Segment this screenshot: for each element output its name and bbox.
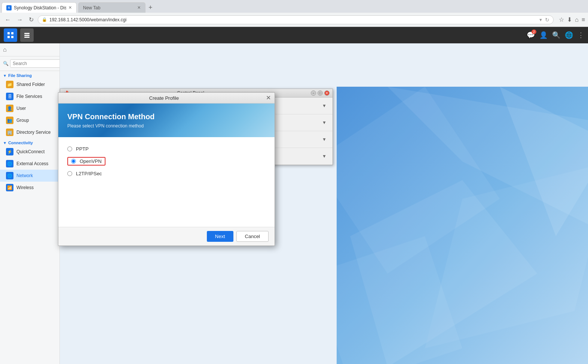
svg-rect-1: [11, 32, 13, 34]
settings-icon[interactable]: ⋮: [578, 31, 584, 39]
sidebar-section-label: File Sharing: [8, 73, 32, 78]
openvpn-radio[interactable]: [71, 159, 76, 164]
inactive-tab[interactable]: New Tab ✕: [78, 2, 146, 13]
dialog-title-text: Create Profile: [62, 95, 266, 101]
sidebar-item-quickconnect[interactable]: ⚡ QuickConnect: [0, 146, 59, 158]
synology-button[interactable]: ⬇: [567, 16, 572, 23]
svg-rect-6: [24, 37, 30, 38]
svg-rect-5: [24, 35, 30, 36]
notification-icon[interactable]: 💬 2: [527, 31, 535, 39]
cp-close-btn[interactable]: ✕: [324, 90, 330, 96]
active-tab[interactable]: S Synology DiskStation - Dis... ✕: [1, 2, 77, 13]
cp-section-3-arrow: ▼: [322, 137, 327, 142]
dialog-close-button[interactable]: ✕: [266, 95, 271, 101]
sidebar-item-external-access-label: External Access: [16, 161, 48, 166]
new-tab-close-btn[interactable]: ✕: [137, 5, 141, 10]
sidebar-item-directory-service[interactable]: 🏢 Directory Service: [0, 126, 59, 138]
menu-button[interactable]: ≡: [582, 16, 585, 23]
sidebar-search-area: 🔍: [0, 56, 59, 71]
group-icon: 👥: [6, 117, 13, 124]
next-button[interactable]: Next: [207, 231, 233, 242]
add-tab-button[interactable]: +: [146, 4, 156, 12]
user-icon[interactable]: 👤: [539, 31, 548, 39]
address-bar[interactable]: 🔒 192.168.1.142:5000/webman/index.cgi ▼ …: [38, 15, 554, 24]
sidebar-item-external-access[interactable]: 🌐 External Access: [0, 158, 59, 170]
cp-section-2-arrow: ▼: [322, 120, 327, 125]
create-profile-dialog: Create Profile ✕ VPN Connection Method P…: [58, 92, 275, 246]
cp-maximize-btn[interactable]: □: [318, 90, 323, 96]
user-icon: 👤: [6, 105, 13, 112]
sidebar-item-user-label: User: [16, 106, 26, 111]
sidebar-item-wireless[interactable]: 📶 Wireless: [0, 182, 59, 194]
refresh-icon[interactable]: ↻: [545, 17, 549, 23]
dialog-header: VPN Connection Method Please select VPN …: [58, 104, 275, 137]
home-button[interactable]: ⌂: [575, 16, 579, 23]
back-button[interactable]: ←: [3, 16, 13, 24]
l2tp-option[interactable]: L2TP/IPSec: [67, 171, 266, 176]
app-toggle-icon[interactable]: [20, 28, 34, 42]
dialog-header-subtitle: Please select VPN connection method: [67, 123, 266, 129]
dialog-footer: Next Cancel: [58, 227, 275, 246]
search-topbar-icon[interactable]: 🔍: [552, 31, 560, 39]
directory-service-icon: 🏢: [6, 129, 13, 136]
notification-badge: 2: [532, 30, 536, 34]
sidebar-item-shared-folder[interactable]: 📁 Shared Folder: [0, 78, 59, 90]
bookmarks-button[interactable]: ☆: [559, 16, 564, 23]
sidebar-search-input[interactable]: [10, 59, 60, 68]
sidebar-item-group[interactable]: 👥 Group: [0, 114, 59, 126]
sidebar-item-shared-folder-label: Shared Folder: [16, 82, 45, 87]
app-grid-icon[interactable]: [4, 28, 17, 42]
openvpn-highlighted-box: OpenVPN: [67, 157, 105, 166]
sidebar-item-user[interactable]: 👤 User: [0, 102, 59, 114]
l2tp-radio[interactable]: [67, 171, 72, 176]
globe-icon[interactable]: 🌐: [565, 31, 573, 39]
desktop-background: [337, 87, 588, 364]
forward-button[interactable]: →: [15, 16, 25, 24]
file-services-icon: 🗄: [6, 93, 13, 100]
network-icon: 🌐: [6, 172, 13, 179]
svg-rect-4: [24, 33, 30, 34]
sidebar: ⌂ 🔍 ▼ File Sharing 📁 Shared Folder 🗄 Fil…: [0, 43, 60, 364]
cp-section-1-arrow: ▼: [322, 103, 327, 108]
sidebar-item-quickconnect-label: QuickConnect: [16, 149, 45, 154]
home-icon: ⌂: [3, 46, 7, 53]
openvpn-label: OpenVPN: [80, 158, 102, 164]
pptp-label: PPTP: [76, 146, 89, 152]
sidebar-connectivity-label: Connectivity: [8, 141, 33, 145]
new-tab-label: New Tab: [83, 5, 100, 10]
sidebar-search-icon: 🔍: [3, 61, 9, 66]
lock-icon: 🔒: [42, 17, 47, 22]
svg-rect-2: [7, 36, 10, 38]
sidebar-item-group-label: Group: [16, 118, 29, 123]
pptp-option[interactable]: PPTP: [67, 146, 266, 152]
quickconnect-icon: ⚡: [6, 148, 13, 155]
sidebar-item-directory-label: Directory Service: [16, 130, 50, 135]
sidebar-item-network-label: Network: [16, 173, 33, 178]
cp-section-4-arrow: ▼: [322, 154, 327, 159]
sidebar-item-file-services-label: File Services: [16, 94, 42, 99]
svg-rect-3: [11, 36, 13, 38]
address-text: 192.168.1.142:5000/webman/index.cgi: [49, 17, 536, 22]
external-access-icon: 🌐: [6, 160, 13, 167]
dropdown-icon: ▼: [539, 18, 543, 22]
openvpn-option[interactable]: OpenVPN: [67, 157, 266, 166]
home-area[interactable]: ⌂: [0, 43, 59, 56]
sidebar-item-wireless-label: Wireless: [16, 185, 34, 190]
sidebar-item-file-services[interactable]: 🗄 File Services: [0, 90, 59, 102]
cp-minimize-btn[interactable]: −: [311, 90, 316, 96]
pptp-radio[interactable]: [67, 146, 72, 151]
sidebar-item-network[interactable]: 🌐 Network: [0, 170, 59, 182]
svg-rect-0: [7, 32, 10, 34]
tab-close-btn[interactable]: ✕: [68, 5, 72, 10]
wireless-icon: 📶: [6, 184, 13, 191]
sidebar-section-connectivity[interactable]: ▼ Connectivity: [0, 138, 59, 146]
tab-label: Synology DiskStation - Dis...: [14, 5, 66, 10]
l2tp-label: L2TP/IPSec: [76, 171, 102, 176]
sidebar-section-file-sharing[interactable]: ▼ File Sharing: [0, 71, 59, 78]
reload-button[interactable]: ↻: [27, 15, 36, 24]
cancel-button[interactable]: Cancel: [236, 231, 269, 242]
dialog-body: PPTP OpenVPN L2TP/IPSec: [58, 137, 275, 227]
chevron-down-icon: ▼: [3, 74, 7, 78]
dialog-header-title: VPN Connection Method: [67, 112, 266, 121]
dialog-titlebar: Create Profile ✕: [58, 93, 275, 104]
